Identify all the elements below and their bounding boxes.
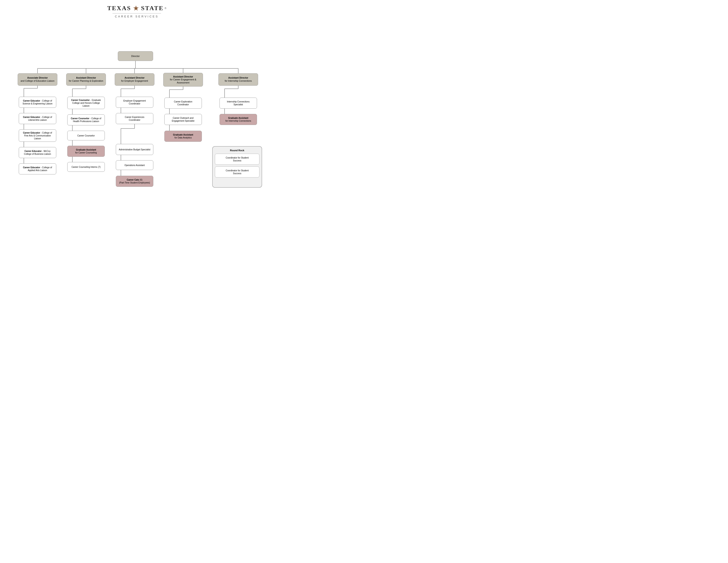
logo-text-right: STATE bbox=[141, 5, 164, 12]
coord-student1-label: Coordinator for StudentSuccess bbox=[226, 156, 249, 162]
logo-star-icon: ★ bbox=[133, 4, 139, 12]
career-experiences-coord-box: Career ExperiencesCoordinator bbox=[116, 113, 153, 124]
career-cats-box: Career Cats (6)(Part-Time Student Employ… bbox=[116, 176, 153, 187]
career-exploration-coord-box: Career ExplorationCoordinator bbox=[164, 98, 202, 109]
career-ed-mccoy-box: Career Educator - McCoyCollege of Busine… bbox=[19, 147, 56, 158]
grad-asst-internship-label: Graduate Assistantfor Internship Connect… bbox=[225, 117, 251, 122]
career-outreach-label: Career Outreach andEngagement Specialist bbox=[172, 117, 194, 122]
career-ed-liberal-label: Career Educator - College ofLiberal Arts… bbox=[23, 116, 52, 121]
asst-dir-employer-label: Assistant Directorfor Employer Engagemen… bbox=[121, 76, 148, 82]
career-exploration-coord-label: Career ExplorationCoordinator bbox=[174, 100, 192, 106]
org-chart: Director Associate Directorand College o… bbox=[4, 20, 269, 197]
grad-asst-counseling-label: Graduate Assistantfor Career Counseling bbox=[75, 148, 97, 154]
asst-dir-engagement-box: Assistant Directorfor Career Engagement … bbox=[163, 73, 203, 86]
grad-asst-counseling-box: Graduate Assistantfor Career Counseling bbox=[67, 146, 105, 157]
career-experiences-coord-label: Career ExperiencesCoordinator bbox=[125, 116, 144, 121]
career-ed-fine-box: Career Educator - College ofFine Arts & … bbox=[19, 129, 56, 142]
asst-dir-internship-box: Assistant Directorfor Internship Connect… bbox=[218, 73, 258, 86]
header: TEXAS ★ STATE® CAREER SERVICES bbox=[0, 0, 274, 20]
round-rock-title: Round Rock bbox=[215, 149, 259, 152]
logo-area: TEXAS ★ STATE® bbox=[107, 4, 166, 12]
internship-connections-box: Internship ConnectionsSpecialist bbox=[220, 98, 257, 109]
career-ed-science-label: Career Educator - College ofScience & En… bbox=[23, 99, 53, 105]
asst-dir-planning-box: Assistant Directorfor Career Planning & … bbox=[66, 73, 106, 86]
asst-dir-engagement-label: Assistant Directorfor Career Engagement … bbox=[170, 75, 196, 84]
career-counselor-label: Career Counselor bbox=[77, 134, 95, 137]
director-label: Director bbox=[131, 55, 140, 58]
assoc-dir-label: Associate Directorand College of Educati… bbox=[21, 76, 54, 82]
career-counselor-grad-box: Career Counselor - GraduateCollege and H… bbox=[67, 97, 105, 109]
career-counseling-interns-box: Career Counseling Interns (7) bbox=[67, 162, 105, 172]
coord-student2-label: Coordinator for StudentSuccess bbox=[226, 169, 249, 175]
logo-subtitle: CAREER SERVICES bbox=[115, 15, 159, 18]
asst-dir-employer-box: Assistant Directorfor Employer Engagemen… bbox=[115, 73, 154, 86]
operations-asst-box: Operations Assistant bbox=[116, 160, 153, 170]
career-ed-applied-box: Career Educator - College ofApplied Arts… bbox=[19, 163, 56, 174]
round-rock-container: Round Rock Coordinator for StudentSucces… bbox=[212, 146, 262, 188]
career-ed-fine-label: Career Educator - College ofFine Arts & … bbox=[23, 131, 52, 140]
logo-text-left: TEXAS bbox=[107, 5, 131, 12]
career-counselor-grad-label: Career Counselor - GraduateCollege and H… bbox=[71, 99, 101, 107]
grad-asst-data-box: Graduate Assistantfor Data Analytics bbox=[164, 131, 202, 142]
admin-budget-box: Administrative Budget Specialist bbox=[116, 144, 153, 155]
admin-budget-label: Administrative Budget Specialist bbox=[119, 148, 150, 151]
asst-dir-internship-label: Assistant Directorfor Internship Connect… bbox=[225, 76, 252, 82]
career-ed-liberal-box: Career Educator - College ofLiberal Arts… bbox=[19, 113, 56, 124]
operations-asst-label: Operations Assistant bbox=[124, 164, 145, 167]
career-counselor-health-box: Career Counselor - College ofHealth Prof… bbox=[67, 114, 105, 125]
registered-mark: ® bbox=[165, 7, 166, 9]
career-outreach-box: Career Outreach andEngagement Specialist bbox=[164, 114, 202, 125]
career-counselor-box: Career Counselor bbox=[67, 131, 105, 140]
director-box: Director bbox=[118, 51, 153, 61]
career-ed-applied-label: Career Educator - College ofApplied Arts… bbox=[23, 166, 52, 172]
career-ed-science-box: Career Educator - College ofScience & En… bbox=[19, 97, 56, 108]
grad-asst-data-label: Graduate Assistantfor Data Analytics bbox=[173, 133, 193, 139]
grad-asst-internship-box: Graduate Assistantfor Internship Connect… bbox=[220, 114, 257, 125]
assoc-dir-box: Associate Directorand College of Educati… bbox=[18, 73, 57, 86]
career-cats-label: Career Cats (6)(Part-Time Student Employ… bbox=[119, 178, 150, 184]
employer-engagement-coord-label: Employer EngagementCoordinator bbox=[123, 99, 146, 105]
employer-engagement-coord-box: Employer EngagementCoordinator bbox=[116, 97, 153, 108]
coord-student1-box: Coordinator for StudentSuccess bbox=[215, 154, 259, 165]
asst-dir-planning-label: Assistant Directorfor Career Planning & … bbox=[69, 76, 103, 82]
career-counseling-interns-label: Career Counseling Interns (7) bbox=[71, 165, 101, 168]
career-counselor-health-label: Career Counselor - College ofHealth Prof… bbox=[71, 117, 101, 123]
career-ed-mccoy-label: Career Educator - McCoyCollege of Busine… bbox=[24, 150, 51, 155]
coord-student2-box: Coordinator for StudentSuccess bbox=[215, 166, 259, 177]
internship-connections-label: Internship ConnectionsSpecialist bbox=[227, 100, 250, 106]
